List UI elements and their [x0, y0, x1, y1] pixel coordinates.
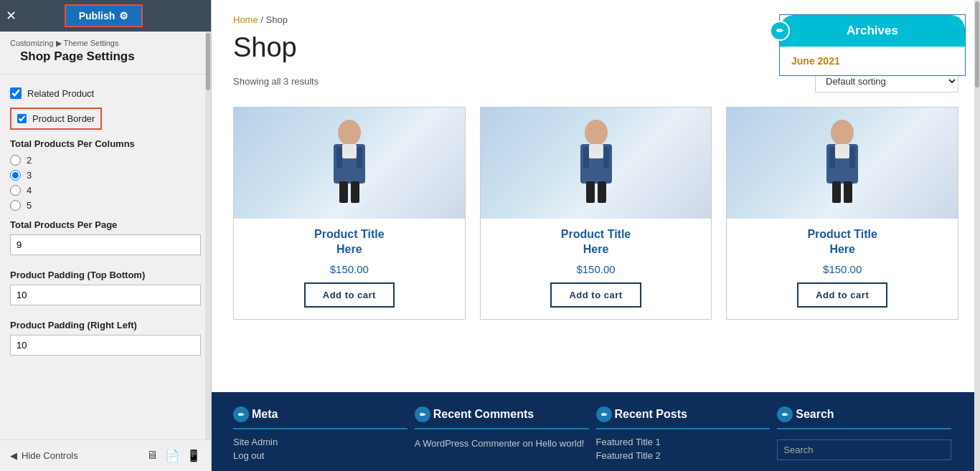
breadcrumb-theme-settings: Theme Settings [63, 39, 118, 47]
col-3-radio[interactable] [10, 170, 21, 181]
archives-month: June 2021 [791, 55, 840, 67]
device-icons: 🖥 📄 📱 [146, 449, 201, 462]
col-4-radio[interactable] [10, 185, 21, 196]
footer-search-title: ✏ Search [777, 406, 951, 422]
svg-rect-7 [351, 181, 359, 203]
comments-divider [415, 428, 589, 429]
svg-rect-19 [849, 147, 855, 168]
add-to-cart-button-1[interactable]: Add to cart [304, 282, 395, 308]
breadcrumb-shop-text: Shop [266, 14, 288, 25]
product-card-2: Product Title Here $150.00 Add to cart [480, 107, 712, 320]
svg-point-16 [831, 120, 854, 146]
search-edit-icon[interactable]: ✏ [777, 406, 793, 422]
related-product-checkbox[interactable] [10, 87, 22, 99]
comments-edit-icon[interactable]: ✏ [415, 406, 430, 422]
columns-radio-group: 2 3 4 5 [10, 155, 201, 211]
meta-title-label: Meta [252, 408, 278, 421]
hide-controls-label: Hide Controls [22, 450, 78, 461]
search-input[interactable] [777, 439, 951, 460]
add-to-cart-button-3[interactable]: Add to cart [797, 282, 887, 308]
svg-rect-18 [829, 147, 835, 168]
scroll-indicator[interactable] [205, 32, 211, 439]
archives-body: June 2021 [780, 47, 965, 75]
product-border-checkbox[interactable] [17, 114, 27, 123]
col-2-row: 2 [10, 155, 201, 166]
archives-edit-icon[interactable]: ✏ [770, 21, 790, 41]
products-grid: Product Title Here $150.00 Add to cart [233, 107, 958, 320]
featured-title-1-link[interactable]: Featured Title 1 [596, 437, 771, 447]
archives-header: ✏ Archives [780, 15, 965, 47]
svg-rect-6 [339, 181, 348, 203]
svg-rect-21 [844, 181, 852, 203]
svg-point-9 [585, 120, 608, 146]
svg-rect-12 [603, 147, 609, 168]
breadcrumb-area: Customizing ▶ Theme Settings Shop Page S… [0, 32, 211, 74]
per-page-label: Total Products Per Page [10, 219, 201, 230]
posts-divider [596, 428, 771, 429]
tablet-icon[interactable]: 📄 [165, 449, 179, 462]
svg-rect-8 [342, 144, 357, 158]
meta-divider [233, 428, 407, 429]
product-person-svg-3 [814, 117, 871, 210]
search-divider [777, 428, 951, 429]
top-bar: ✕ Publish ⚙ [0, 0, 211, 32]
col-4-label: 4 [27, 185, 32, 196]
col-4-row: 4 [10, 185, 201, 196]
bottom-bar: ◀ Hide Controls 🖥 📄 📱 [0, 439, 211, 471]
svg-rect-15 [589, 144, 603, 158]
footer-grid: ✏ Meta Site Admin Log out ✏ Recent Comme… [233, 406, 958, 464]
meta-logout-link[interactable]: Log out [233, 450, 407, 461]
posts-edit-icon[interactable]: ✏ [596, 406, 612, 422]
svg-rect-20 [832, 181, 841, 203]
footer-comments-col: ✏ Recent Comments A WordPress Commenter … [415, 406, 596, 464]
col-2-radio[interactable] [10, 155, 21, 166]
col-5-row: 5 [10, 200, 201, 211]
footer-search-col: ✏ Search [777, 406, 958, 464]
padding-right-input[interactable]: 10 [10, 335, 201, 356]
mobile-icon[interactable]: 📱 [187, 449, 201, 462]
related-product-label: Related Product [27, 88, 94, 99]
results-text: Showing all 3 results [233, 76, 319, 87]
product-image-2 [481, 108, 712, 219]
svg-rect-13 [586, 181, 595, 203]
svg-rect-22 [835, 144, 849, 158]
padding-top-input[interactable]: 10 [10, 285, 201, 305]
panel-title: Shop Page Settings [10, 48, 201, 71]
per-page-input[interactable]: 9 [10, 234, 201, 255]
gear-icon: ⚙ [119, 10, 128, 22]
svg-rect-14 [598, 181, 606, 203]
publish-button[interactable]: Publish ⚙ [65, 4, 143, 27]
product-title-2: Product Title Here [481, 219, 712, 260]
comments-entry: A WordPress Commenter on Hello world! [415, 438, 585, 449]
product-title-1: Product Title Here [234, 219, 465, 260]
shop-area: Home / Shop Shop Showing all 3 results D… [212, 0, 980, 392]
add-to-cart-button-2[interactable]: Add to cart [550, 282, 641, 308]
product-image-3 [727, 108, 958, 219]
product-card-3: Product Title Here $150.00 Add to cart [726, 107, 958, 320]
right-panel: Home / Shop Shop Showing all 3 results D… [212, 0, 980, 471]
comments-title-label: Recent Comments [433, 408, 534, 421]
meta-edit-icon[interactable]: ✏ [233, 406, 249, 422]
col-5-label: 5 [27, 200, 32, 211]
svg-rect-11 [583, 147, 589, 168]
padding-right-label: Product Padding (Right Left) [10, 320, 201, 330]
hide-controls-button[interactable]: ◀ Hide Controls [10, 450, 78, 461]
svg-point-2 [338, 120, 361, 146]
product-person-svg-1 [321, 117, 378, 210]
related-product-row: Related Product [10, 87, 201, 99]
padding-top-label: Product Padding (Top Bottom) [10, 270, 201, 280]
meta-site-admin-link[interactable]: Site Admin [233, 437, 407, 447]
breadcrumb-home-link[interactable]: Home [233, 14, 258, 25]
svg-rect-4 [336, 147, 342, 168]
chevron-left-icon: ◀ [10, 450, 17, 461]
right-scrollbar[interactable] [974, 0, 980, 471]
svg-rect-5 [357, 147, 362, 168]
search-title-label: Search [796, 408, 834, 421]
col-5-radio[interactable] [10, 200, 21, 211]
desktop-icon[interactable]: 🖥 [146, 449, 158, 462]
product-title-3: Product Title Here [727, 219, 958, 260]
archives-widget: ✏ Archives June 2021 [779, 14, 966, 76]
product-price-3: $150.00 [727, 260, 958, 282]
featured-title-2-link[interactable]: Featured Title 2 [596, 450, 771, 461]
close-button[interactable]: ✕ [6, 8, 17, 24]
